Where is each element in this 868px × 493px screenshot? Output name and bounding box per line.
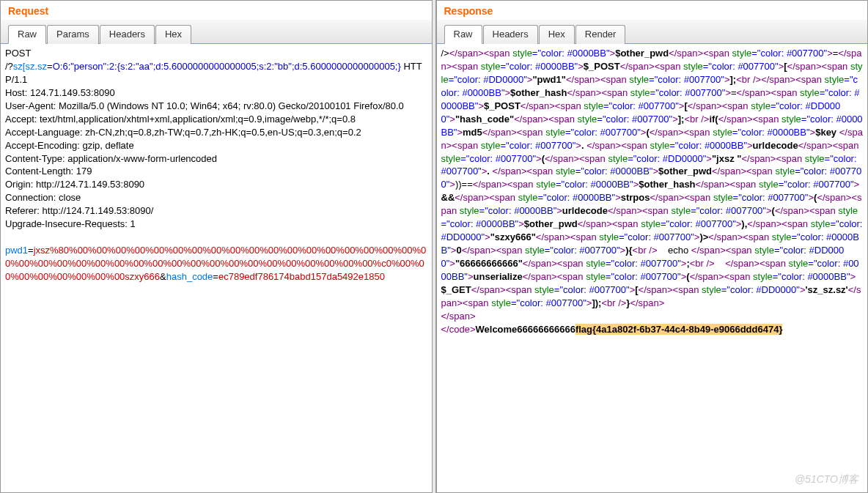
tab-hex[interactable]: Hex xyxy=(155,25,191,44)
tab-raw[interactable]: Raw xyxy=(8,25,46,44)
response-panel: Response RawHeadersHexRender /></span><s… xyxy=(436,0,869,493)
request-panel: Request RawParamsHeadersHex POST/?sz[sz.… xyxy=(0,0,432,493)
response-title: Response xyxy=(437,1,868,20)
tab-render[interactable]: Render xyxy=(575,25,626,44)
tab-headers[interactable]: Headers xyxy=(100,25,155,44)
tab-headers[interactable]: Headers xyxy=(483,25,538,44)
response-tabs: RawHeadersHexRender xyxy=(437,20,868,44)
request-tabs: RawParamsHeadersHex xyxy=(1,20,432,44)
response-content[interactable]: /></span><span style="color: #0000BB">$o… xyxy=(437,44,868,492)
tab-raw[interactable]: Raw xyxy=(444,25,482,44)
tab-params[interactable]: Params xyxy=(47,25,99,44)
request-title: Request xyxy=(1,1,432,20)
tab-hex[interactable]: Hex xyxy=(539,25,575,44)
request-content[interactable]: POST/?sz[sz.sz=O:6:"person":2:{s:2:"aa";… xyxy=(1,44,432,492)
